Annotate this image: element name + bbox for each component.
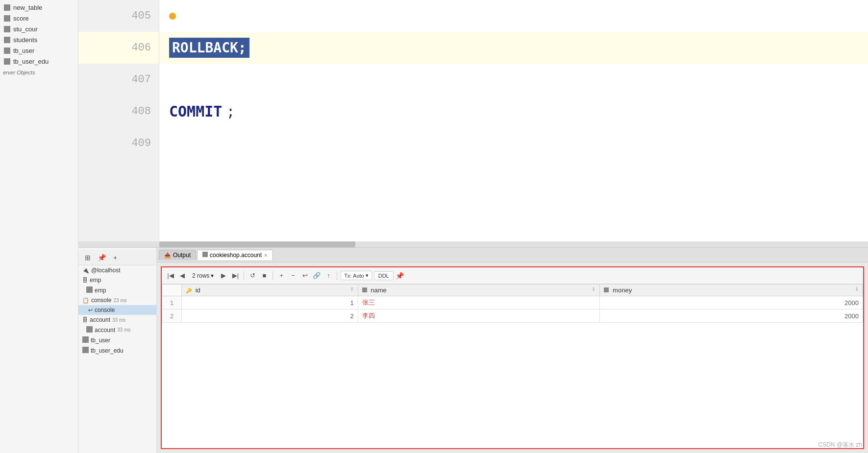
emp-db-label: emp (90, 277, 101, 284)
money-column-header[interactable]: money ⇕ (600, 285, 863, 296)
sidebar-item-students[interactable]: students (0, 34, 78, 45)
hint-dot (169, 13, 176, 20)
rollback-keyword: ROLLBACK; (169, 38, 249, 58)
first-btn[interactable]: |◀ (166, 271, 175, 281)
refresh-btn[interactable]: ↺ (248, 271, 257, 281)
sidebar-item-new-table[interactable]: new_table (0, 2, 78, 13)
table-icon (3, 57, 11, 65)
money-col-label: money (613, 286, 632, 294)
key-icon: 🔑 (186, 288, 192, 293)
h-scrollbar[interactable] (78, 241, 868, 247)
sidebar-emp-db[interactable]: 🗄 emp (78, 275, 156, 285)
sidebar-item-tb-user-edu[interactable]: tb_user_edu (0, 56, 78, 67)
name-col-sort[interactable]: ⇕ (592, 286, 595, 292)
table-tab-icon (202, 252, 208, 259)
chevron-down-icon2: ▾ (366, 272, 369, 279)
code-lines[interactable]: ROLLBACK; COMMIT ; (159, 0, 868, 241)
result-panel: 📤 Output cookieshop.account ✕ (157, 248, 868, 453)
sidebar-localhost[interactable]: 🔌 @localhost (78, 265, 156, 275)
row2-name: 李四 (358, 310, 600, 323)
table-icon (3, 47, 11, 54)
account-group-label: account (90, 316, 110, 323)
account-table-label: account (95, 327, 115, 334)
line-409: 409 (78, 127, 159, 159)
stop-btn[interactable]: ■ (259, 271, 269, 281)
bottom-sidebar: ⊞ 📌 + 🔌 @localhost 🗄 emp emp (78, 248, 157, 453)
sidebar-account-table[interactable]: account 33 ms (78, 325, 156, 335)
tb-user-label: tb_user (91, 337, 110, 344)
sidebar-emp-table[interactable]: emp (78, 285, 156, 295)
bottom-panel: ⊞ 📌 + 🔌 @localhost 🗄 emp emp (78, 247, 868, 453)
h-scrollbar-thumb[interactable] (159, 241, 355, 247)
divider3 (337, 271, 337, 280)
tx-dropdown[interactable]: Tx: Auto ▾ (341, 271, 372, 280)
data-table[interactable]: 🔑 id ⇕ name ⇕ (162, 284, 863, 448)
server-objects-label: erver Objects (0, 67, 78, 76)
sidebar-item-label: new_table (13, 4, 42, 11)
pin-btn[interactable]: 📌 (396, 272, 404, 280)
sidebar-item-label: students (13, 36, 37, 44)
table-icon (3, 3, 11, 11)
sidebar-item-score[interactable]: score (0, 13, 78, 24)
table-icon4 (82, 336, 89, 344)
grid-icon-btn[interactable]: ⊞ (82, 252, 93, 263)
sidebar-item-stu-cour[interactable]: stu_cour (0, 24, 78, 34)
tab-output[interactable]: 📤 Output (159, 250, 196, 260)
line-405: 405 (78, 0, 159, 32)
id-column-header[interactable]: 🔑 id ⇕ (182, 285, 358, 296)
next-btn[interactable]: ▶ (219, 271, 228, 281)
table-icon (3, 25, 11, 33)
line-406: 406 (78, 32, 159, 64)
sidebar-tb-user-edu[interactable]: tb_user_edu (78, 345, 156, 356)
name-column-header[interactable]: name ⇕ (358, 285, 600, 296)
rows-indicator[interactable]: 2 rows ▾ (189, 271, 217, 280)
id-col-sort[interactable]: ⇕ (350, 286, 354, 292)
line-407: 407 (78, 64, 159, 95)
id-col-label: id (196, 286, 200, 294)
table-icon5 (82, 347, 89, 354)
tb-user-edu-label: tb_user_edu (91, 347, 124, 354)
chevron-down-icon: ▾ (211, 272, 214, 279)
sidebar-console-item[interactable]: ↩ console (78, 305, 156, 315)
rows-label: 2 rows (192, 272, 209, 279)
remove-row-btn[interactable]: − (288, 271, 298, 281)
server-icon: 🔌 (82, 267, 89, 274)
pin-icon-btn[interactable]: 📌 (96, 252, 107, 263)
localhost-label: @localhost (91, 267, 121, 274)
name-col-label: name (371, 286, 387, 294)
last-btn[interactable]: ▶| (230, 271, 240, 281)
sidebar-tb-user[interactable]: tb_user (78, 335, 156, 345)
sidebar-item-label: stu_cour (13, 25, 38, 33)
table-icon (3, 14, 11, 22)
up-btn[interactable]: ↑ (323, 271, 333, 281)
ddl-btn[interactable]: DDL (374, 271, 394, 280)
db-icon: 🗄 (82, 277, 88, 283)
sidebar-item-tb-user[interactable]: tb_user (0, 45, 78, 56)
plus-icon-btn[interactable]: + (110, 252, 121, 263)
link-btn[interactable]: 🔗 (312, 271, 322, 281)
prev-btn[interactable]: ◀ (177, 271, 187, 281)
result-tabs: 📤 Output cookieshop.account ✕ (157, 248, 868, 262)
result-table-container: |◀ ◀ 2 rows ▾ ▶ ▶| ↺ ■ + (161, 266, 864, 449)
code-line-405 (159, 0, 868, 32)
tab-close-btn[interactable]: ✕ (264, 253, 268, 258)
add-row-btn[interactable]: + (276, 271, 286, 281)
sidebar-account-group[interactable]: 🗄 account 33 ms (78, 315, 156, 325)
tx-label: Tx: Auto (344, 273, 364, 279)
money-col-sort[interactable]: ⇕ (855, 286, 859, 292)
table-row[interactable]: 2 2 李四 2 (162, 310, 863, 323)
tab-cookieshop-account[interactable]: cookieshop.account ✕ (197, 250, 273, 260)
code-line-407 (159, 64, 868, 95)
tab-output-label: Output (173, 252, 191, 259)
col-icon1 (362, 288, 367, 293)
console-badge: 23 ms (113, 298, 126, 303)
sidebar-console-group[interactable]: 📋 console 23 ms (78, 295, 156, 305)
sidebar: new_table score stu_cour students tb_use… (0, 0, 78, 453)
table-row[interactable]: 1 1 张三 2 (162, 296, 863, 310)
emp-table-label: emp (95, 287, 106, 294)
code-editor[interactable]: 405 406 407 408 409 ROLLBACK; (78, 0, 868, 241)
sidebar-item-label: tb_user_edu (13, 58, 49, 65)
sidebar-item-label: tb_user (13, 47, 34, 54)
revert-btn[interactable]: ↩ (300, 271, 310, 281)
row-num-header (162, 285, 182, 296)
